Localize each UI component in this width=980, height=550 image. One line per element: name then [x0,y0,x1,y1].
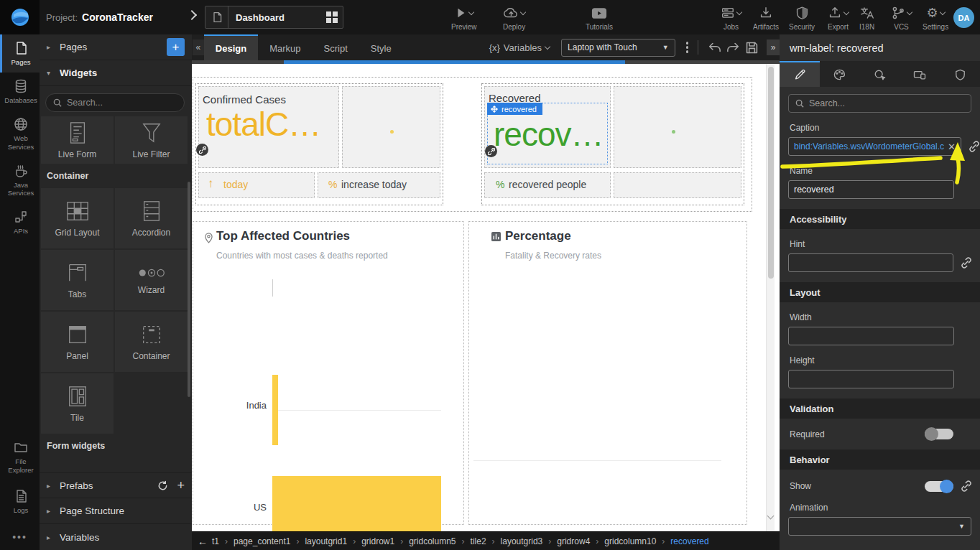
breadcrumb-item[interactable]: gridrow1 [361,536,394,546]
animation-select[interactable]: ▼ [788,517,971,536]
property-search-input[interactable] [809,98,964,108]
prefabs-section-header[interactable]: ▸ Prefabs + [40,472,192,498]
rail-item-file-explorer[interactable]: File Explorer [0,434,40,480]
variables-button[interactable]: {x} Variables [489,42,550,53]
security-button[interactable]: Security [789,4,815,31]
breadcrumb-item[interactable]: gridcolumn10 [604,536,656,546]
widgets-expander-icon[interactable]: ▾ [47,69,52,77]
breadcrumb-item[interactable]: layoutgrid1 [305,536,347,546]
jobs-button[interactable]: Jobs [721,4,741,31]
widget-tile-live-filter[interactable]: Live Filter [115,116,188,164]
tab-design[interactable]: Design [204,34,258,60]
refresh-icon[interactable] [157,480,168,491]
preview-caret-icon[interactable] [468,9,474,14]
recovered-footer-right-cell[interactable] [614,172,741,198]
widgets-section-header[interactable]: ▾ Widgets [40,60,192,86]
confirmed-title[interactable]: Confirmed Cases [203,93,286,106]
vcs-caret-icon[interactable] [907,9,912,14]
property-search[interactable] [788,94,971,113]
width-input[interactable] [788,327,954,345]
top-affected-countries-card[interactable]: Top Affected Countries Countries with mo… [193,221,464,525]
design-canvas[interactable]: Confirmed Cases totalC… ↑ today % increa… [192,60,780,531]
recovered-value-label[interactable]: recov… [494,115,607,154]
i18n-button[interactable]: I18N [859,4,874,31]
recovered-side-cell[interactable] [614,86,741,168]
page-switcher-icon[interactable] [321,11,343,23]
hint-input[interactable] [788,253,953,272]
wavemaker-logo[interactable] [0,0,40,34]
pages-expander-icon[interactable]: ▸ [47,43,52,51]
rail-item-java-services[interactable]: Java Services [0,157,40,204]
breadcrumb-back-icon[interactable]: ← [198,536,208,547]
breadcrumb-item[interactable]: gridrow4 [557,536,590,546]
tab-events[interactable] [860,61,900,87]
confirmed-value-label[interactable]: totalC… [206,105,338,144]
tab-security[interactable] [940,61,980,87]
prefabs-expander-icon[interactable]: ▸ [47,482,52,490]
canvas-hscrollbar[interactable] [192,60,780,64]
bar-us[interactable] [272,476,441,531]
variables-expander-icon[interactable]: ▸ [47,533,52,541]
project-chevron-icon[interactable] [187,10,197,20]
confirmed-footer-left-cell[interactable] [198,172,315,198]
scroll-down-icon[interactable] [767,513,775,520]
deploy-button[interactable]: Deploy [503,4,525,31]
clear-bind-icon[interactable]: ✕ [948,141,956,152]
rail-item-logs[interactable]: Logs [0,483,40,521]
confirmed-side-cell[interactable] [342,86,440,168]
user-avatar[interactable]: DA [953,7,974,28]
rail-item-pages[interactable]: Pages [0,34,40,73]
breadcrumb-item[interactable]: layoutgrid3 [501,536,543,546]
settings-button[interactable]: ⚙ Settings [923,4,948,31]
recovered-people-label[interactable]: recovered people [509,179,586,190]
widget-tile-live-form[interactable]: Live Form [41,116,114,164]
export-caret-icon[interactable] [843,9,849,14]
widget-search-input[interactable] [67,98,177,108]
widget-tile-tabs[interactable]: Tabs [41,250,114,310]
tab-styles[interactable] [820,61,860,87]
widget-tile-container[interactable]: Container [115,312,188,372]
page-structure-section-header[interactable]: ▸ Page Structure [40,498,192,524]
deploy-caret-icon[interactable] [520,9,526,14]
confirmed-increase-label[interactable]: increase today [341,179,407,190]
save-button[interactable] [742,38,761,57]
hint-bind-icon[interactable] [960,256,973,269]
recovered-bind-badge[interactable] [485,145,497,157]
vcs-button[interactable]: VCS [891,4,912,31]
page-structure-expander-icon[interactable]: ▸ [47,507,52,515]
pages-section-header[interactable]: ▸ Pages + [40,34,192,60]
artifacts-button[interactable]: Artifacts [753,4,779,31]
rail-item-apis[interactable]: APIs [0,203,40,241]
more-options-button[interactable] [684,39,691,55]
settings-caret-icon[interactable] [939,9,945,14]
widget-tile-tile[interactable]: Tile [41,373,114,434]
rail-more-button[interactable]: ••• [0,531,40,543]
breadcrumb-item[interactable]: tile2 [471,536,486,546]
rail-item-web-services[interactable]: Web Services [0,111,40,157]
widget-tile-panel[interactable]: Panel [41,312,114,372]
tutorials-button[interactable]: Tutorials [586,4,613,31]
percentage-card[interactable]: Percentage Fatality & Recovery rates [468,221,747,525]
hscroll-thumb[interactable] [284,60,625,64]
caption-input[interactable]: bind:Variables.wsvWordometerGlobal.c ✕ [788,137,961,156]
caption-bind-icon[interactable] [968,140,980,153]
add-prefab-button[interactable]: + [177,478,185,493]
breadcrumb-item[interactable]: gridcolumn5 [409,536,456,546]
tab-script[interactable]: Script [313,34,359,60]
name-input[interactable] [788,180,954,199]
breadcrumb-item-active[interactable]: recovered [670,536,708,546]
page-tab-dashboard[interactable]: Dashboard [205,6,343,29]
selection-tag[interactable]: recovered [487,103,542,115]
export-button[interactable]: Export [828,4,849,31]
bar-india[interactable] [272,375,278,445]
confirmed-today-label[interactable]: today [223,179,248,190]
height-input[interactable] [788,370,954,388]
tab-properties[interactable] [780,61,820,87]
widget-search[interactable] [45,93,185,112]
rail-item-databases[interactable]: Databases [0,73,40,111]
collapse-left-panel-button[interactable]: « [193,39,204,55]
confirmed-bind-badge[interactable] [196,144,208,156]
panel-scrollbar[interactable] [188,182,190,397]
widget-tile-accordion[interactable]: Accordion [115,188,188,248]
canvas-vscrollbar[interactable] [766,64,775,531]
